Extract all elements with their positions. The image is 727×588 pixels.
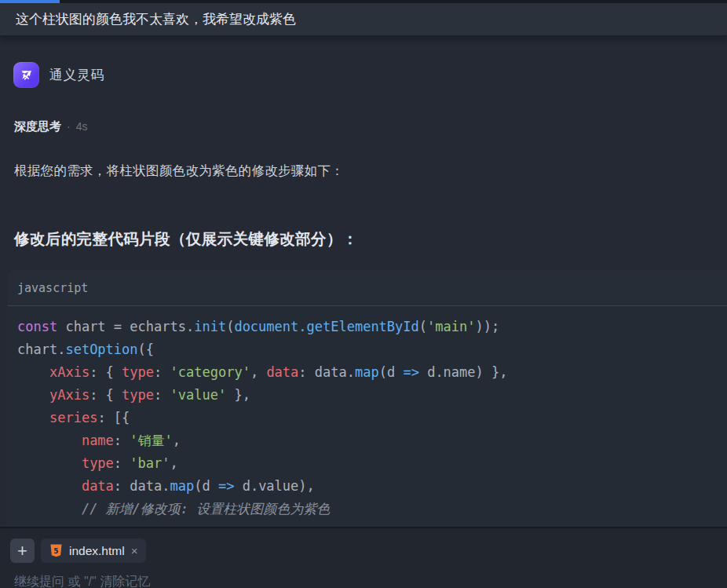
add-context-button[interactable]: + bbox=[10, 539, 35, 563]
code-line: yAxis: { type: 'value' }, bbox=[17, 384, 719, 407]
close-icon[interactable]: × bbox=[131, 545, 138, 557]
composer-attachments-row: + 5 index.html × bbox=[0, 528, 727, 563]
assistant-header: 通义灵码 bbox=[13, 62, 727, 88]
code-line: data: data.map(d => d.value), bbox=[17, 475, 719, 498]
assistant-name: 通义灵码 bbox=[49, 66, 104, 84]
plus-icon: + bbox=[17, 542, 27, 560]
chat-input-placeholder[interactable]: 继续提问 或 "/" 清除记忆 bbox=[14, 574, 150, 588]
thinking-time: 4s bbox=[76, 120, 88, 133]
code-line: series: [{ bbox=[17, 407, 719, 429]
code-line: const chart = echarts.init(document.getE… bbox=[17, 316, 719, 338]
code-line: chart.setOption({ bbox=[17, 338, 719, 361]
progress-indicator bbox=[0, 0, 60, 3]
attachment-file-name: index.html bbox=[69, 544, 125, 558]
code-block: javascript const chart = echarts.init(do… bbox=[8, 270, 727, 528]
thinking-status[interactable]: 深度思考 · 4s bbox=[14, 119, 727, 134]
assistant-intro-text: 根据您的需求，将柱状图颜色改为紫色的修改步骤如下： bbox=[14, 163, 727, 180]
code-line: // 新增/修改项: 设置柱状图颜色为紫色 bbox=[17, 498, 719, 520]
code-line: name: '销量', bbox=[17, 429, 719, 452]
chat-area: 通义灵码 深度思考 · 4s 根据您的需求，将柱状图颜色改为紫色的修改步骤如下：… bbox=[0, 62, 727, 528]
html5-icon: 5 bbox=[49, 544, 63, 557]
section-heading: 修改后的完整代码片段（仅展示关键修改部分）： bbox=[14, 228, 727, 250]
code-language-label: javascript bbox=[17, 281, 88, 295]
assistant-logo-icon bbox=[13, 62, 39, 88]
code-block-header: javascript bbox=[8, 270, 727, 306]
user-message: 这个柱状图的颜色我不太喜欢，我希望改成紫色 bbox=[0, 3, 727, 36]
top-progress-track bbox=[0, 0, 727, 3]
user-message-text: 这个柱状图的颜色我不太喜欢，我希望改成紫色 bbox=[16, 10, 296, 28]
code-lines: const chart = echarts.init(document.getE… bbox=[8, 306, 727, 528]
thinking-label[interactable]: 深度思考 bbox=[14, 119, 61, 134]
attachment-chip[interactable]: 5 index.html × bbox=[41, 539, 146, 563]
composer-panel: + 5 index.html × 继续提问 或 "/" 清除记忆 bbox=[0, 527, 727, 588]
code-line: xAxis: { type: 'category', data: data.ma… bbox=[17, 361, 719, 384]
svg-text:5: 5 bbox=[53, 547, 58, 555]
thinking-separator: · bbox=[67, 120, 71, 133]
code-line: type: 'bar', bbox=[17, 452, 719, 475]
